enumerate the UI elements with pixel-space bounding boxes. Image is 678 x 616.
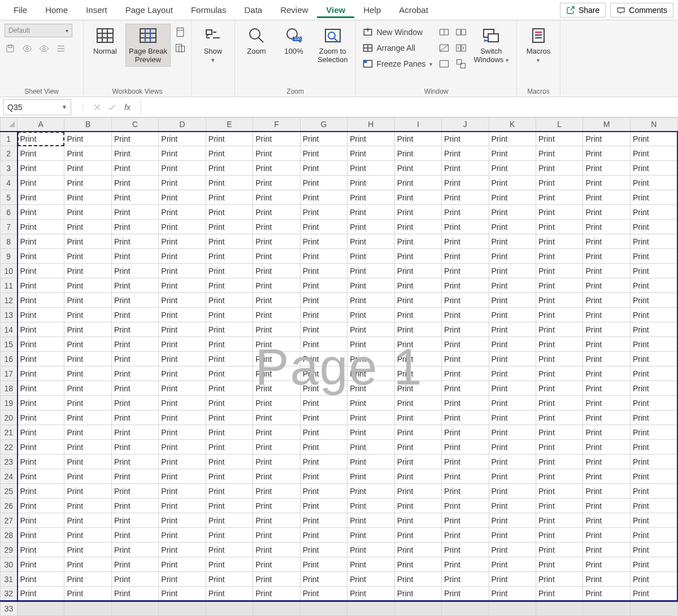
cell-H1[interactable]: Print <box>347 132 394 146</box>
cell-N29[interactable]: Print <box>630 543 677 557</box>
cell-H4[interactable]: Print <box>347 176 394 190</box>
cell-F19[interactable]: Print <box>253 396 300 410</box>
cell-N28[interactable]: Print <box>630 528 677 543</box>
split-icon[interactable] <box>438 26 450 38</box>
cell-D2[interactable]: Print <box>159 146 206 161</box>
col-header-B[interactable]: B <box>64 118 111 132</box>
row-header-2[interactable]: 2 <box>1 146 18 161</box>
cell-C25[interactable]: Print <box>111 484 158 499</box>
cell-G18[interactable]: Print <box>300 381 347 396</box>
row-header-27[interactable]: 27 <box>1 513 18 528</box>
cell-E33[interactable] <box>206 601 253 616</box>
cell-D30[interactable]: Print <box>159 557 206 572</box>
cell-G26[interactable]: Print <box>300 499 347 513</box>
cell-M25[interactable]: Print <box>583 484 630 499</box>
cell-I12[interactable]: Print <box>394 293 441 308</box>
cell-L11[interactable]: Print <box>536 278 583 293</box>
cell-K23[interactable]: Print <box>489 455 536 469</box>
cell-E9[interactable]: Print <box>206 249 253 264</box>
row-header-15[interactable]: 15 <box>1 337 18 352</box>
cell-N31[interactable]: Print <box>630 572 677 587</box>
col-header-J[interactable]: J <box>442 118 489 132</box>
cell-G16[interactable]: Print <box>300 352 347 366</box>
row-header-31[interactable]: 31 <box>1 572 18 587</box>
cell-B16[interactable]: Print <box>64 352 111 366</box>
cell-K3[interactable]: Print <box>489 161 536 176</box>
cell-J18[interactable]: Print <box>442 381 489 396</box>
tab-view[interactable]: View <box>317 2 354 18</box>
cell-L27[interactable]: Print <box>536 513 583 528</box>
cell-C2[interactable]: Print <box>111 146 158 161</box>
cell-G3[interactable]: Print <box>300 161 347 176</box>
cell-H3[interactable]: Print <box>347 161 394 176</box>
cell-M28[interactable]: Print <box>583 528 630 543</box>
cell-C29[interactable]: Print <box>111 543 158 557</box>
cell-K2[interactable]: Print <box>489 146 536 161</box>
cell-D8[interactable]: Print <box>159 234 206 249</box>
cell-C8[interactable]: Print <box>111 234 158 249</box>
cell-F5[interactable]: Print <box>253 190 300 205</box>
cell-H29[interactable]: Print <box>347 543 394 557</box>
cell-G10[interactable]: Print <box>300 264 347 278</box>
cell-G21[interactable]: Print <box>300 425 347 440</box>
cell-I22[interactable]: Print <box>394 440 441 455</box>
cell-K18[interactable]: Print <box>489 381 536 396</box>
cell-L5[interactable]: Print <box>536 190 583 205</box>
cell-N5[interactable]: Print <box>630 190 677 205</box>
cell-D18[interactable]: Print <box>159 381 206 396</box>
cell-K33[interactable] <box>489 601 536 616</box>
cell-A32[interactable]: Print <box>18 587 64 601</box>
cell-H24[interactable]: Print <box>347 469 394 484</box>
col-header-A[interactable]: A <box>18 118 64 132</box>
custom-views-icon[interactable] <box>174 42 186 54</box>
cell-F17[interactable]: Print <box>253 366 300 381</box>
switch-windows-button[interactable]: Switch Windows ▾ <box>471 24 512 67</box>
cell-J27[interactable]: Print <box>442 513 489 528</box>
cell-D13[interactable]: Print <box>159 308 206 322</box>
cell-N30[interactable]: Print <box>630 557 677 572</box>
cell-I3[interactable]: Print <box>394 161 441 176</box>
cell-J22[interactable]: Print <box>442 440 489 455</box>
cell-C11[interactable]: Print <box>111 278 158 293</box>
cell-A20[interactable]: Print <box>18 410 64 425</box>
cell-J28[interactable]: Print <box>442 528 489 543</box>
cell-B13[interactable]: Print <box>64 308 111 322</box>
cell-M3[interactable]: Print <box>583 161 630 176</box>
cancel-icon[interactable] <box>93 103 102 112</box>
cell-B12[interactable]: Print <box>64 293 111 308</box>
cell-D31[interactable]: Print <box>159 572 206 587</box>
cell-G5[interactable]: Print <box>300 190 347 205</box>
cell-J26[interactable]: Print <box>442 499 489 513</box>
cell-C26[interactable]: Print <box>111 499 158 513</box>
cell-G24[interactable]: Print <box>300 469 347 484</box>
cell-C27[interactable]: Print <box>111 513 158 528</box>
cell-H30[interactable]: Print <box>347 557 394 572</box>
cell-F18[interactable]: Print <box>253 381 300 396</box>
cell-C10[interactable]: Print <box>111 264 158 278</box>
cell-H7[interactable]: Print <box>347 220 394 234</box>
cell-J9[interactable]: Print <box>442 249 489 264</box>
cell-D28[interactable]: Print <box>159 528 206 543</box>
cell-L30[interactable]: Print <box>536 557 583 572</box>
cell-I20[interactable]: Print <box>394 410 441 425</box>
cell-F10[interactable]: Print <box>253 264 300 278</box>
tab-home[interactable]: Home <box>36 2 77 18</box>
cell-A18[interactable]: Print <box>18 381 64 396</box>
cell-I17[interactable]: Print <box>394 366 441 381</box>
cell-I23[interactable]: Print <box>394 455 441 469</box>
cell-L6[interactable]: Print <box>536 205 583 220</box>
cell-I19[interactable]: Print <box>394 396 441 410</box>
cell-F24[interactable]: Print <box>253 469 300 484</box>
cell-M2[interactable]: Print <box>583 146 630 161</box>
cell-D19[interactable]: Print <box>159 396 206 410</box>
cell-H9[interactable]: Print <box>347 249 394 264</box>
cell-H31[interactable]: Print <box>347 572 394 587</box>
cell-G32[interactable]: Print <box>300 587 347 601</box>
cell-I33[interactable] <box>394 601 441 616</box>
cell-L10[interactable]: Print <box>536 264 583 278</box>
cell-I7[interactable]: Print <box>394 220 441 234</box>
cell-H33[interactable] <box>347 601 394 616</box>
col-header-K[interactable]: K <box>489 118 536 132</box>
zoom-100-button[interactable]: 100 100% <box>277 24 311 58</box>
tab-review[interactable]: Review <box>271 2 317 18</box>
